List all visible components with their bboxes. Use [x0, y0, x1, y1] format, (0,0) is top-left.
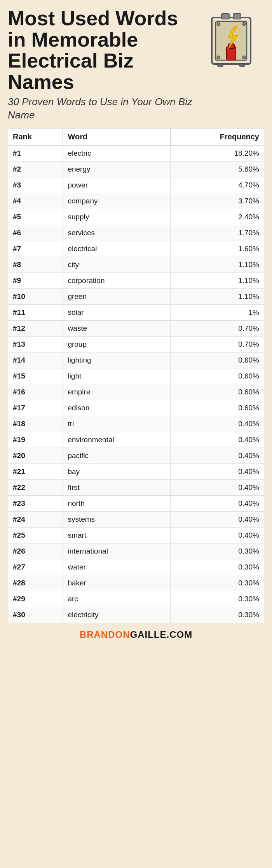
table-row: #20pacific0.40% — [8, 448, 264, 464]
cell-frequency: 1.10% — [170, 273, 264, 288]
cell-frequency: 0.40% — [170, 511, 264, 527]
cell-frequency: 4.70% — [170, 177, 264, 193]
cell-frequency: 1.10% — [170, 288, 264, 304]
table-row: #1electric18.20% — [8, 145, 264, 161]
table-row: #29arc0.30% — [8, 591, 264, 607]
cell-frequency: 0.70% — [170, 320, 264, 336]
cell-frequency: 5.80% — [170, 161, 264, 177]
svg-rect-12 — [239, 63, 245, 66]
cell-word: north — [63, 495, 170, 511]
electrical-box-icon — [200, 10, 262, 72]
cell-word: group — [63, 336, 170, 352]
cell-frequency: 1.60% — [170, 241, 264, 257]
cell-rank: #2 — [8, 161, 63, 177]
cell-frequency: 18.20% — [170, 145, 264, 161]
cell-frequency: 0.30% — [170, 607, 264, 623]
table-row: #27water0.30% — [8, 559, 264, 575]
footer-brand-orange: BRANDON — [80, 629, 130, 640]
svg-point-3 — [242, 23, 246, 26]
table-row: #2energy5.80% — [8, 161, 264, 177]
table-section: Rank Word Frequency #1electric18.20%#2en… — [8, 128, 264, 623]
cell-rank: #16 — [8, 384, 63, 400]
cell-word: first — [63, 479, 170, 495]
cell-word: bay — [63, 464, 170, 479]
table-row: #14lighting0.60% — [8, 352, 264, 368]
cell-rank: #20 — [8, 448, 63, 464]
cell-rank: #17 — [8, 400, 63, 416]
cell-rank: #26 — [8, 543, 63, 559]
cell-word: energy — [63, 161, 170, 177]
table-row: #19environmental0.40% — [8, 432, 264, 448]
cell-frequency: 0.40% — [170, 527, 264, 543]
table-row: #4company3.70% — [8, 193, 264, 209]
cell-word: baker — [63, 575, 170, 591]
cell-word: arc — [63, 591, 170, 607]
cell-frequency: 1.70% — [170, 225, 264, 241]
cell-word: empire — [63, 384, 170, 400]
table-row: #12waste0.70% — [8, 320, 264, 336]
cell-rank: #24 — [8, 511, 63, 527]
cell-frequency: 0.40% — [170, 432, 264, 448]
table-row: #5supply2.40% — [8, 209, 264, 225]
cell-word: pacific — [63, 448, 170, 464]
cell-word: solar — [63, 304, 170, 320]
table-row: #28baker0.30% — [8, 575, 264, 591]
cell-frequency: 1.10% — [170, 257, 264, 273]
table-row: #13group0.70% — [8, 336, 264, 352]
cell-word: green — [63, 288, 170, 304]
footer-brand-dark: GAILLE.COM — [130, 629, 193, 640]
cell-word: electrical — [63, 241, 170, 257]
svg-rect-11 — [218, 63, 223, 66]
header-section: Most Used Words in Memorable Electrical … — [8, 8, 264, 122]
main-title: Most Used Words in Memorable Electrical … — [8, 8, 194, 92]
svg-rect-9 — [221, 14, 229, 19]
table-row: #24systems0.40% — [8, 511, 264, 527]
cell-word: international — [63, 543, 170, 559]
table-row: #30electricity0.30% — [8, 607, 264, 623]
cell-word: tri — [63, 416, 170, 432]
cell-rank: #22 — [8, 479, 63, 495]
table-row: #9corporation1.10% — [8, 273, 264, 288]
cell-frequency: 0.30% — [170, 543, 264, 559]
cell-rank: #23 — [8, 495, 63, 511]
cell-rank: #11 — [8, 304, 63, 320]
cell-rank: #18 — [8, 416, 63, 432]
footer: BRANDONGAILLE.COM — [0, 623, 272, 646]
cell-frequency: 0.60% — [170, 400, 264, 416]
cell-frequency: 0.30% — [170, 591, 264, 607]
cell-rank: #3 — [8, 177, 63, 193]
cell-word: corporation — [63, 273, 170, 288]
cell-rank: #7 — [8, 241, 63, 257]
cell-word: supply — [63, 209, 170, 225]
table-row: #25smart0.40% — [8, 527, 264, 543]
words-table: Rank Word Frequency #1electric18.20%#2en… — [8, 128, 264, 623]
cell-word: company — [63, 193, 170, 209]
subtitle: 30 Proven Words to Use in Your Own Biz N… — [8, 95, 194, 122]
cell-word: waste — [63, 320, 170, 336]
table-row: #17edison0.60% — [8, 400, 264, 416]
cell-word: lighting — [63, 352, 170, 368]
cell-rank: #9 — [8, 273, 63, 288]
table-row: #7electrical1.60% — [8, 241, 264, 257]
cell-rank: #12 — [8, 320, 63, 336]
cell-frequency: 2.40% — [170, 209, 264, 225]
cell-word: light — [63, 368, 170, 384]
cell-frequency: 0.30% — [170, 559, 264, 575]
table-row: #6services1.70% — [8, 225, 264, 241]
cell-rank: #25 — [8, 527, 63, 543]
table-row: #23north0.40% — [8, 495, 264, 511]
col-word: Word — [63, 128, 170, 145]
svg-point-5 — [242, 56, 246, 59]
cell-frequency: 0.40% — [170, 464, 264, 479]
svg-point-2 — [217, 23, 220, 26]
cell-word: services — [63, 225, 170, 241]
cell-rank: #8 — [8, 257, 63, 273]
cell-word: city — [63, 257, 170, 273]
cell-rank: #21 — [8, 464, 63, 479]
cell-rank: #13 — [8, 336, 63, 352]
cell-frequency: 3.70% — [170, 193, 264, 209]
cell-rank: #19 — [8, 432, 63, 448]
cell-frequency: 0.40% — [170, 479, 264, 495]
cell-word: electric — [63, 145, 170, 161]
cell-word: electricity — [63, 607, 170, 623]
